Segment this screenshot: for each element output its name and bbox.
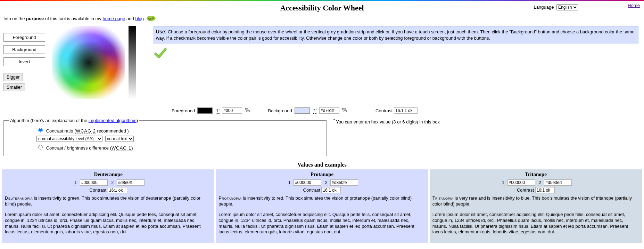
blog-link[interactable]: blog (135, 16, 144, 21)
deut-v2[interactable] (117, 179, 145, 186)
trit-v2[interactable] (544, 179, 572, 186)
header: Accessibility Color Wheel Language Engli… (0, 1, 644, 14)
deut-title: Deuteranope (5, 171, 212, 177)
prot-inputs: 1 2 (218, 179, 425, 186)
deut-desc: Deuteranopia is insensitivity to green. … (5, 195, 212, 207)
prot-v2[interactable] (330, 179, 358, 186)
prot-title: Protanope (218, 171, 425, 177)
button-column: Foreground Background Invert Bigger Smal… (3, 26, 49, 103)
accessibility-level-select[interactable]: normal accessibility level (AA) (36, 136, 102, 142)
swap-icon[interactable] (245, 108, 250, 114)
intro-text: Info on the purpose of this tool is avai… (0, 14, 644, 24)
algorithm-row: Algorithm (here's an explanation of the … (0, 117, 644, 158)
background-button[interactable]: Background (3, 45, 45, 54)
deuteranope-box: Deuteranope 1 2 Contrast Deuteranopia is… (2, 169, 214, 243)
background-hex-input[interactable] (319, 107, 339, 114)
intro-prefix: Info on the (3, 16, 26, 21)
prot-v1[interactable] (294, 179, 321, 186)
bg-index-label: 2* (313, 108, 317, 114)
left-column: Foreground Background Invert Bigger Smal… (3, 26, 149, 103)
home-link[interactable]: Home (628, 3, 640, 8)
intro-mid: of this tool is available in my (44, 16, 102, 21)
background-swatch (295, 107, 310, 114)
main-area: Foreground Background Invert Bigger Smal… (0, 24, 644, 105)
intro-bold: purpose (26, 16, 44, 21)
use-label: Use: (156, 29, 166, 34)
invert-button[interactable]: Invert (3, 57, 45, 66)
trit-body: Lorem ipsum dolor sit amet, consectetuer… (432, 212, 639, 235)
size-buttons: Bigger Smaller (3, 73, 49, 91)
prot-contrast: Contrast (218, 187, 425, 193)
language-select[interactable]: English (556, 4, 578, 10)
algo-selects: normal accessibility level (AA) normal t… (9, 135, 321, 143)
new-badge-icon: NEW (147, 15, 156, 23)
trit-v1[interactable] (507, 179, 535, 186)
trit-contrast-value (535, 187, 555, 193)
examples-title: Values and examples (0, 162, 644, 168)
use-instructions: Use: Choose a foreground color by pointi… (153, 26, 638, 43)
algorithm-fieldset: Algorithm (here's an explanation of the … (3, 118, 327, 156)
foreground-swatch (197, 107, 213, 114)
algo-option-2: Contrast / brightness difference (WCAG 1… (9, 143, 321, 152)
foreground-hex-input[interactable] (222, 107, 242, 114)
deut-contrast-value (108, 187, 127, 193)
color-inputs-row: Foreground 1* Background 2* Contrast (0, 105, 644, 117)
homepage-link[interactable]: home page (102, 16, 125, 21)
trit-contrast: Contrast (432, 187, 639, 193)
wcag1-abbr: WCAG 1 (112, 145, 131, 151)
trit-desc: Tritanopia is very rare and is insensiti… (432, 195, 639, 207)
text-size-select[interactable]: normal text (105, 136, 134, 142)
algorithms-link[interactable]: implemented algorithms (89, 118, 137, 123)
examples-row: Deuteranope 1 2 Contrast Deuteranopia is… (0, 169, 644, 243)
checkmark-icon (154, 47, 641, 61)
swap-icon-2[interactable] (342, 108, 347, 114)
algo-option-1: Contrast ratio (WCAG 2 recommended ) (9, 126, 321, 135)
fg-index-label: 1* (216, 108, 220, 114)
language-selector: Language English (534, 4, 578, 10)
prot-desc: Protanopia is insensitivity to red. This… (218, 195, 425, 207)
grey-gradation-strip[interactable] (129, 26, 136, 99)
trit-inputs: 1 2 (432, 179, 639, 186)
right-column: Use: Choose a foreground color by pointi… (153, 26, 641, 103)
svg-rect-9 (52, 26, 125, 99)
background-label: Background (268, 108, 292, 113)
deut-v1[interactable] (80, 179, 108, 186)
tritanope-box: Tritanope 1 2 Contrast Tritanopia is ver… (430, 169, 642, 243)
contrast-ratio-radio[interactable] (38, 128, 43, 132)
use-text: Choose a foreground color by pointing th… (156, 29, 635, 41)
protanope-box: Protanope 1 2 Contrast Protanopia is ins… (216, 169, 428, 243)
wheel-area (52, 26, 146, 103)
contrast-value (394, 107, 418, 114)
brightness-diff-radio[interactable] (38, 145, 43, 150)
language-label: Language (534, 5, 554, 10)
color-wheel[interactable] (52, 26, 125, 99)
smaller-button[interactable]: Smaller (3, 83, 25, 91)
foreground-button[interactable]: Foreground (3, 33, 45, 42)
trit-title: Tritanope (432, 171, 639, 177)
prot-body: Lorem ipsum dolor sit amet, consectetuer… (218, 212, 425, 235)
foreground-label: Foreground (172, 108, 195, 113)
deut-body: Lorem ipsum dolor sit amet, consectetuer… (5, 212, 212, 235)
hex-footnote: * You can enter an hex value (3 or 6 dig… (333, 118, 440, 124)
algorithm-legend: Algorithm (here's an explanation of the … (9, 118, 139, 123)
wcag2-abbr: WCAG 2 (76, 128, 96, 134)
prot-contrast-value (321, 187, 341, 193)
intro-and: and (125, 16, 135, 21)
deut-inputs: 1 2 (5, 179, 212, 186)
bigger-button[interactable]: Bigger (3, 73, 23, 81)
contrast-label: Contrast (375, 108, 393, 113)
deut-contrast: Contrast (5, 187, 212, 193)
